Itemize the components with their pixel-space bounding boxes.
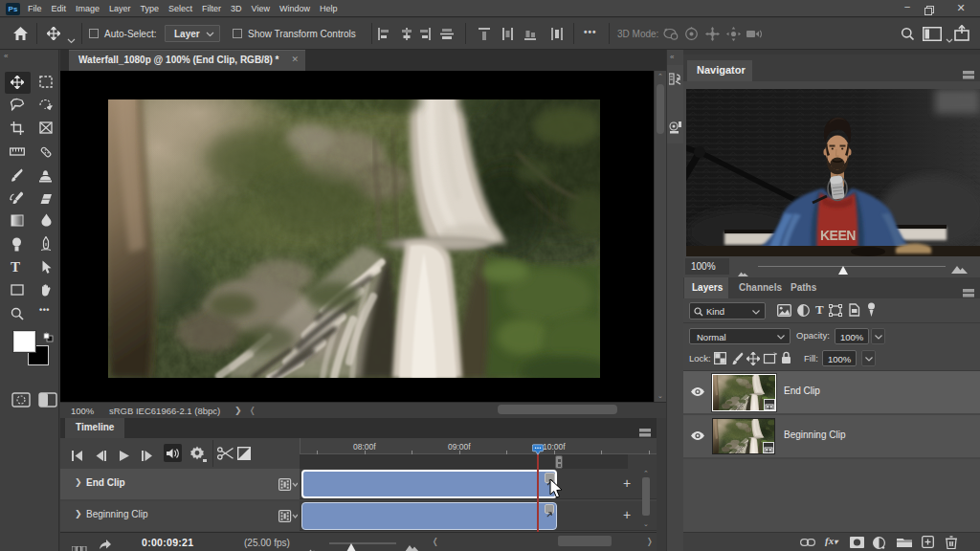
svg-text:KEEN: KEEN bbox=[820, 228, 856, 243]
